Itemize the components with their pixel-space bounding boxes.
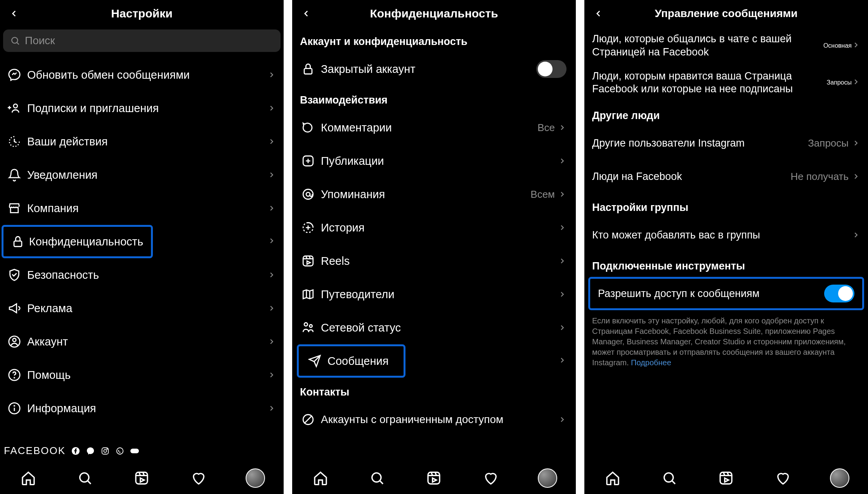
home-icon	[605, 470, 620, 486]
facebook-logo-icon	[71, 446, 80, 456]
row-other-ig[interactable]: Другие пользователи Instagram Запросы	[584, 126, 868, 160]
nav-activity[interactable]	[771, 466, 795, 490]
row-mentions[interactable]: Упоминания Всем	[292, 178, 576, 211]
nav-search[interactable]	[366, 466, 389, 490]
row-fb-page-likers[interactable]: Люди, которым нравится ваша Страница Fac…	[584, 64, 868, 102]
chevron-right-icon	[267, 237, 276, 245]
nav-search[interactable]	[73, 466, 97, 490]
screen-settings: Настройки Поиск Обновить обмен сообщения…	[0, 0, 284, 494]
restricted-icon	[301, 413, 315, 426]
row-messages-highlighted[interactable]: Сообщения	[297, 344, 405, 378]
bottom-nav	[0, 462, 284, 494]
nav-profile[interactable]	[536, 466, 559, 490]
row-story[interactable]: История	[292, 211, 576, 244]
row-label: Ваши действия	[27, 135, 267, 148]
row-value: Не получать	[791, 171, 849, 183]
search-input[interactable]: Поиск	[3, 29, 281, 52]
footer-brands: FACEBOOK	[0, 439, 284, 462]
row-label: Конфиденциальность	[29, 235, 143, 248]
row-help[interactable]: Помощь	[0, 358, 284, 392]
row-label: Другие пользователи Instagram	[592, 137, 808, 149]
row-allow-access-highlighted[interactable]: Разрешить доступ к сообщениям	[588, 277, 864, 310]
row-value: Всем	[530, 188, 555, 200]
header-privacy: Конфиденциальность	[292, 0, 576, 27]
chevron-right-icon	[852, 231, 860, 239]
chevron-right-icon	[558, 190, 567, 199]
back-button[interactable]	[298, 5, 315, 22]
row-guides[interactable]: Путеводители	[292, 278, 576, 311]
row-people-fb[interactable]: Люди на Facebook Не получать	[584, 160, 868, 193]
chevron-right-icon	[267, 104, 276, 112]
row-info[interactable]: Информация	[0, 392, 284, 425]
chevron-right-icon	[558, 290, 567, 299]
search-icon	[10, 36, 20, 46]
header-settings: Настройки	[0, 0, 284, 27]
back-button[interactable]	[590, 5, 607, 22]
avatar-icon	[538, 468, 557, 488]
send-icon	[308, 354, 321, 368]
nav-activity[interactable]	[479, 466, 502, 490]
nav-reels[interactable]	[714, 466, 738, 490]
chevron-right-icon	[267, 404, 276, 413]
row-label: Люди, которым нравится ваша Страница Fac…	[592, 70, 826, 96]
back-icon	[9, 9, 19, 19]
row-label: Упоминания	[321, 188, 530, 201]
svg-point-15	[104, 449, 106, 452]
messenger-logo-icon	[86, 446, 95, 456]
nav-profile[interactable]	[244, 466, 267, 490]
heart-icon	[191, 470, 206, 486]
row-follow-invite[interactable]: Подписки и приглашения	[0, 92, 284, 125]
chevron-right-icon	[267, 137, 276, 146]
instagram-logo-icon	[100, 446, 110, 456]
toggle-allow-access[interactable]	[824, 285, 854, 302]
nav-search[interactable]	[658, 466, 681, 490]
row-restricted[interactable]: Аккаунты с ограниченным доступом	[292, 403, 576, 436]
row-comments[interactable]: Комментарии Все	[292, 111, 576, 144]
svg-point-31	[306, 192, 310, 196]
row-privacy-highlighted[interactable]: Конфиденциальность	[2, 225, 153, 258]
row-messenger[interactable]: Обновить обмен сообщениями	[0, 58, 284, 92]
row-reels[interactable]: Reels	[292, 244, 576, 278]
row-account[interactable]: Аккаунт	[0, 325, 284, 358]
screen-privacy: Конфиденциальность Аккаунт и конфиденциа…	[292, 0, 576, 494]
nav-home[interactable]	[17, 466, 40, 490]
nav-home[interactable]	[601, 466, 624, 490]
svg-marker-38	[307, 261, 310, 264]
store-icon	[8, 202, 21, 215]
nav-profile[interactable]	[828, 466, 851, 490]
svg-line-1	[17, 43, 19, 45]
chevron-right-icon	[852, 78, 860, 86]
svg-marker-59	[725, 478, 729, 482]
svg-point-30	[303, 189, 313, 199]
reels-icon	[426, 470, 442, 486]
toggle-private-account[interactable]	[536, 60, 567, 78]
chevron-right-icon	[267, 204, 276, 212]
row-ads[interactable]: Реклама	[0, 292, 284, 325]
home-icon	[21, 470, 36, 486]
chevron-right-icon	[267, 271, 276, 279]
svg-point-17	[117, 447, 123, 454]
network-status-icon	[301, 321, 315, 334]
chevron-right-icon	[558, 356, 567, 364]
row-activity[interactable]: Ваши действия	[0, 125, 284, 158]
back-icon	[593, 9, 603, 19]
back-icon	[301, 9, 311, 19]
row-label: Помощь	[27, 369, 267, 382]
row-label: Аккаунты с ограниченным доступом	[321, 413, 558, 426]
row-notifications[interactable]: Уведомления	[0, 158, 284, 192]
nav-home[interactable]	[309, 466, 332, 490]
row-activity-status[interactable]: Сетевой статус	[292, 311, 576, 344]
learn-more-link[interactable]: Подробнее	[631, 358, 671, 367]
row-group-add[interactable]: Кто может добавлять вас в группы	[584, 218, 868, 252]
row-fb-chat-people[interactable]: Люди, которые общались в чате с вашей Ст…	[584, 27, 868, 64]
row-posts[interactable]: Публикации	[292, 144, 576, 178]
row-private-account[interactable]: Закрытый аккаунт	[292, 52, 576, 86]
row-business[interactable]: Компания	[0, 192, 284, 225]
nav-reels[interactable]	[422, 466, 445, 490]
back-button[interactable]	[5, 5, 23, 22]
search-icon	[662, 470, 677, 486]
row-security[interactable]: Безопасность	[0, 258, 284, 292]
svg-marker-52	[433, 478, 437, 482]
nav-reels[interactable]	[130, 466, 153, 490]
nav-activity[interactable]	[187, 466, 210, 490]
